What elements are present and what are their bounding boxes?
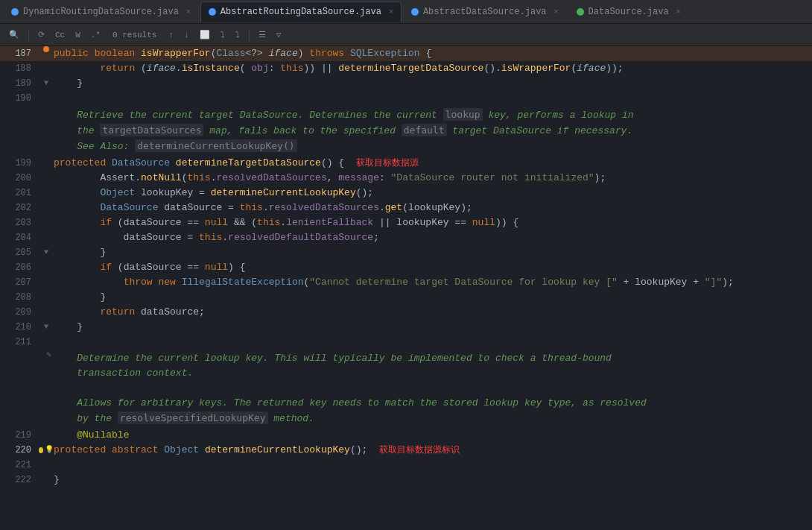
fold-icon-205[interactable]: ▼	[44, 245, 48, 260]
line-code-206: if (dataSource == null) {	[54, 260, 812, 275]
tab-abstract-datasource[interactable]: AbstractDataSource.java ×	[403, 1, 567, 22]
code-line-187: 187 public boolean isWrapperFor(Class<?>…	[0, 46, 812, 61]
line-code-211	[54, 335, 812, 350]
code-area: 187 public boolean isWrapperFor(Class<?>…	[0, 46, 812, 530]
gutter-187	[39, 46, 54, 52]
line-code-doc2-2: transaction context.	[54, 366, 812, 381]
tab-label-3: AbstractDataSource.java	[423, 7, 547, 17]
line-code-doc2-4: Allows for arbitrary keys. The returned …	[54, 396, 812, 411]
doc-line-1: Retrieve the current target DataSource. …	[0, 107, 812, 123]
nav-down-btn[interactable]: ↓	[181, 29, 192, 41]
line-num-210: 210	[0, 320, 39, 335]
tab-icon-2	[209, 8, 216, 16]
regex-btn[interactable]: .*	[88, 29, 104, 41]
doc-block-2: Determine the current lookup key. This w…	[0, 350, 812, 428]
close-icon-2[interactable]: ×	[389, 8, 393, 16]
line-code-207: throw new IllegalStateException("Cannot …	[54, 275, 812, 290]
wrap2-btn[interactable]: ⤵	[232, 28, 243, 41]
line-code-187: public boolean isWrapperFor(Class<?> ifa…	[54, 46, 812, 61]
line-num-189: 189	[0, 76, 39, 91]
tab-icon-4	[577, 8, 584, 16]
tab-dynamic-routing[interactable]: DynamicRoutingDataSource.java ×	[3, 1, 199, 22]
previous-btn[interactable]: ⟳	[35, 28, 48, 41]
line-code-doc3: See Also: determineCurrentLookupKey()	[54, 139, 812, 154]
line-code-209: return dataSource;	[54, 305, 812, 320]
search-icon[interactable]: 🔍	[6, 28, 22, 41]
line-num-202: 202	[0, 201, 39, 215]
code-line-202: 202 DataSource dataSource = this.resolve…	[0, 201, 812, 215]
nav-up-btn[interactable]: ↑	[165, 29, 177, 41]
settings-btn[interactable]: ☰	[256, 28, 269, 41]
line-code-210: }	[54, 320, 812, 335]
line-code-190	[54, 91, 812, 106]
line-code-208: }	[54, 290, 812, 305]
line-num-190: 190	[0, 91, 39, 106]
separator-2	[249, 29, 250, 41]
line-code-204: dataSource = this.resolvedDefaultDataSou…	[54, 230, 812, 245]
line-num-208: 208	[0, 290, 39, 305]
tab-datasource[interactable]: DataSource.java ×	[568, 1, 689, 22]
code-line-222: 222 }	[0, 473, 812, 488]
line-code-doc2-3	[54, 381, 812, 396]
line-code-203: if (dataSource == null && (this.lenientF…	[54, 215, 812, 230]
line-code-doc2: the targetDataSources map, falls back to…	[54, 123, 812, 139]
doc2-line-4: Allows for arbitrary keys. The returned …	[0, 396, 812, 411]
line-num-203: 203	[0, 215, 39, 230]
close-icon-3[interactable]: ×	[554, 8, 559, 16]
case-btn[interactable]: Cc	[52, 29, 68, 41]
line-code-202: DataSource dataSource = this.resolvedDat…	[54, 201, 812, 215]
code-line-219: 219 @Nullable	[0, 428, 812, 443]
line-code-221	[54, 458, 812, 473]
close-icon-4[interactable]: ×	[676, 8, 681, 16]
word-btn[interactable]: W	[72, 29, 83, 41]
line-code-200: Assert.notNull(this.resolvedDataSources,…	[54, 171, 812, 186]
gutter-220: 💡	[39, 443, 54, 458]
line-num-222: 222	[0, 473, 39, 488]
close-icon-1[interactable]: ×	[186, 8, 191, 16]
line-num-200: 200	[0, 171, 39, 186]
tab-label-4: DataSource.java	[589, 7, 669, 17]
doc-line-2: the targetDataSources map, falls back to…	[0, 123, 812, 139]
line-num-188: 188	[0, 61, 39, 76]
code-line-203: 203 if (dataSource == null && (this.leni…	[0, 215, 812, 230]
breakpoint-dot-220[interactable]	[39, 447, 43, 453]
code-line-207: 207 throw new IllegalStateException("Can…	[0, 275, 812, 290]
line-code-doc2-1: Determine the current lookup key. This w…	[54, 351, 812, 366]
line-num-206: 206	[0, 260, 39, 275]
code-line-208: 208 }	[0, 290, 812, 305]
tab-icon-3	[411, 8, 419, 16]
fold-icon-210[interactable]: ▼	[44, 320, 48, 335]
breakpoint-dot-187[interactable]	[43, 46, 49, 52]
code-line-201: 201 Object lookupKey = determineCurrentL…	[0, 186, 812, 201]
code-line-189: 189 ▼ }	[0, 76, 812, 91]
line-num-199: 199	[0, 156, 39, 171]
fold-icon-189[interactable]: ▼	[44, 76, 48, 91]
line-code-201: Object lookupKey = determineCurrentLooku…	[54, 186, 812, 201]
code-line-221: 221	[0, 458, 812, 473]
code-line-204: 204 dataSource = this.resolvedDefaultDat…	[0, 230, 812, 245]
line-code-doc2-5: by the resolveSpecifiedLookupKey method.	[54, 411, 812, 426]
expand-btn[interactable]: ⬜	[197, 28, 213, 41]
line-num-211: 211	[0, 335, 39, 350]
code-line-209: 209 return dataSource;	[0, 305, 812, 320]
gutter-205: ▼	[39, 245, 54, 260]
line-code-189: }	[54, 76, 812, 91]
wrap-btn[interactable]: ⤵	[218, 28, 228, 41]
tab-abstract-routing[interactable]: AbstractRoutingDataSource.java ×	[200, 1, 402, 22]
results-badge: 0 results	[108, 31, 161, 40]
line-code-220: protected abstract Object determineCurre…	[54, 443, 812, 458]
line-num-221: 221	[0, 458, 39, 473]
code-line-210: 210 ▼ }	[0, 320, 812, 335]
filter-btn[interactable]: ▽	[273, 28, 285, 41]
doc2-line-3	[0, 381, 812, 396]
tab-icon-1	[11, 8, 19, 16]
gutter-189: ▼	[39, 76, 54, 91]
tab-label-1: DynamicRoutingDataSource.java	[23, 7, 179, 17]
code-line-199: 199 protected DataSource determineTarget…	[0, 156, 812, 171]
toolbar: 🔍 ⟳ Cc W .* 0 results ↑ ↓ ⬜ ⤵ ⤵ ☰ ▽	[0, 24, 812, 46]
line-num-201: 201	[0, 186, 39, 201]
line-code-222: }	[54, 473, 812, 488]
line-code-doc1: Retrieve the current target DataSource. …	[54, 107, 812, 123]
gutter-210: ▼	[39, 320, 54, 335]
code-line-211: 211	[0, 335, 812, 350]
